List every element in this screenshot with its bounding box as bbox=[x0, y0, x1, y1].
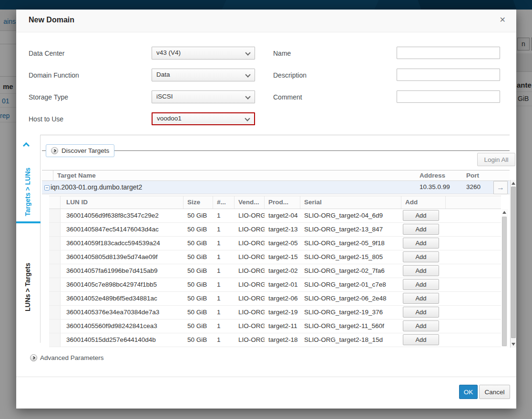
target-row[interactable]: iqn.2003-01.org.dumbo.target2 10.35.0.99… bbox=[42, 181, 510, 194]
lun-serial: SLIO-ORG_target2-19_376 bbox=[300, 306, 401, 319]
lun-vendor: LIO-ORG bbox=[235, 319, 265, 333]
add-lun-button[interactable]: Add bbox=[403, 320, 439, 331]
data-center-label: Data Center bbox=[29, 50, 64, 57]
lun-row[interactable]: 36001405c7e898bc42974f1bb5 50 GiB 1 LIO-… bbox=[49, 278, 501, 292]
discover-targets-expander[interactable]: Discover Targets bbox=[46, 144, 114, 157]
lun-paths: 1 bbox=[213, 209, 235, 222]
lun-serial: SLIO-ORG_target2-04_6d9 bbox=[300, 209, 401, 222]
lun-product: target2-13 bbox=[265, 223, 300, 236]
target-name: iqn.2003-01.org.dumbo.target2 bbox=[51, 183, 142, 191]
add-lun-button[interactable]: Add bbox=[403, 293, 439, 304]
add-lun-button[interactable]: Add bbox=[403, 251, 439, 262]
cancel-button[interactable]: Cancel bbox=[479, 385, 510, 399]
lun-row[interactable]: 36001405376e34ea70384de7a3 50 GiB 1 LIO-… bbox=[49, 306, 501, 319]
screen: ains me 01 rep n I ante GiB New Domain ✕… bbox=[0, 0, 532, 419]
add-lun-button[interactable]: Add bbox=[403, 210, 439, 221]
active-tab-indicator bbox=[16, 221, 41, 223]
lun-serial: SLIO-ORG_target2-06_2e48 bbox=[300, 292, 401, 305]
name-input[interactable] bbox=[397, 47, 500, 59]
lun-row[interactable]: 3600140515dd257e644140d4b 50 GiB 1 LIO-O… bbox=[49, 333, 501, 347]
lun-table-scrollbar[interactable] bbox=[501, 209, 508, 347]
host-to-use-select[interactable]: voodoo1 bbox=[152, 112, 255, 125]
lun-row[interactable]: 360014059f183cadcc594539a24 50 GiB 1 LIO… bbox=[49, 237, 501, 250]
lun-id: 3600140515dd257e644140d4b bbox=[61, 333, 184, 347]
lun-row[interactable]: 36001405560f9d98242841cea3 50 GiB 1 LIO-… bbox=[49, 319, 501, 333]
tab-strip: Targets > LUNs LUNs > Targets bbox=[16, 135, 41, 343]
expander-chevron-icon bbox=[30, 354, 37, 361]
add-lun-button[interactable]: Add bbox=[403, 279, 439, 290]
lun-vendor: LIO-ORG bbox=[235, 237, 265, 250]
lun-select-cell bbox=[49, 264, 61, 278]
lun-row[interactable]: 36001405805d8139e5d74ae09f 50 GiB 1 LIO-… bbox=[49, 250, 501, 264]
target-table-scrollbar[interactable] bbox=[510, 180, 516, 348]
host-to-use-label: Host to Use bbox=[29, 115, 63, 123]
lun-product: target2-01 bbox=[265, 278, 300, 291]
target-port: 3260 bbox=[466, 183, 481, 190]
lun-id: 36001405560f9d98242841cea3 bbox=[61, 319, 184, 333]
lun-select-cell bbox=[49, 319, 61, 333]
tab-targets-luns[interactable]: Targets > LUNs bbox=[20, 162, 35, 221]
storage-type-value: iSCSI bbox=[156, 93, 173, 100]
data-center-select[interactable]: v43 (V4) bbox=[152, 47, 255, 60]
add-lun-button[interactable]: Add bbox=[403, 334, 439, 345]
lun-select-cell bbox=[49, 306, 61, 319]
lun-size: 50 GiB bbox=[184, 209, 213, 222]
lun-select-cell bbox=[49, 250, 61, 264]
lun-serial: SLIO-ORG_target2-15_805 bbox=[300, 250, 401, 264]
lun-paths: 1 bbox=[213, 333, 235, 347]
lun-product: target2-11 bbox=[265, 319, 300, 333]
description-input[interactable] bbox=[397, 69, 500, 81]
serial-column-header: Serial bbox=[300, 196, 401, 209]
lun-vendor: LIO-ORG bbox=[235, 292, 265, 305]
lun-vendor: LIO-ORG bbox=[235, 209, 265, 222]
login-all-button[interactable]: Login All bbox=[477, 153, 515, 166]
lun-size: 50 GiB bbox=[184, 264, 213, 278]
lun-row[interactable]: 360014056d9f638f8c3547c29e2 50 GiB 1 LIO… bbox=[49, 209, 501, 223]
lun-size: 50 GiB bbox=[184, 223, 213, 236]
lun-id: 360014056d9f638f8c3547c29e2 bbox=[61, 209, 184, 222]
add-lun-button[interactable]: Add bbox=[403, 224, 439, 235]
target-address: 10.35.0.99 bbox=[419, 183, 450, 190]
lun-select-cell bbox=[49, 278, 61, 291]
domain-function-select[interactable]: Data bbox=[152, 69, 255, 81]
ok-button[interactable]: OK bbox=[459, 385, 478, 399]
lun-row[interactable]: 360014052e489b6f5ed34881ac 50 GiB 1 LIO-… bbox=[49, 292, 501, 306]
lun-paths: 1 bbox=[213, 292, 235, 305]
lun-paths: 1 bbox=[213, 223, 235, 236]
lun-serial: SLIO-ORG_target2-18_15d bbox=[300, 333, 401, 347]
login-target-arrow-button[interactable]: → bbox=[493, 181, 508, 194]
lun-vendor: LIO-ORG bbox=[235, 278, 265, 291]
chevron-down-icon bbox=[245, 116, 250, 121]
collapse-target-icon[interactable] bbox=[44, 185, 50, 190]
lun-product: target2-05 bbox=[265, 237, 300, 250]
discover-targets-label: Discover Targets bbox=[61, 147, 109, 154]
lun-serial: SLIO-ORG_target2-02_7fa6 bbox=[300, 264, 401, 278]
lun-row[interactable]: 36001405847ec541476043d4ac 50 GiB 1 LIO-… bbox=[49, 223, 501, 237]
lun-row[interactable]: 360014057fa61996be7d415ab9 50 GiB 1 LIO-… bbox=[49, 264, 501, 278]
storage-type-select[interactable]: iSCSI bbox=[152, 90, 255, 103]
lun-size: 50 GiB bbox=[184, 237, 213, 250]
lun-serial: SLIO-ORG_target2-05_9f18 bbox=[300, 237, 401, 250]
lun-select-cell bbox=[49, 223, 61, 236]
paths-column-header: #... bbox=[213, 196, 235, 209]
tab-luns-targets[interactable]: LUNs > Targets bbox=[20, 259, 35, 316]
target-table-header: Target Name Address Port bbox=[42, 170, 510, 181]
lun-paths: 1 bbox=[213, 278, 235, 291]
host-to-use-value: voodoo1 bbox=[157, 115, 182, 122]
add-lun-button[interactable]: Add bbox=[403, 307, 439, 318]
lun-id: 36001405376e34ea70384de7a3 bbox=[61, 306, 184, 319]
lun-paths: 1 bbox=[213, 264, 235, 278]
add-lun-button[interactable]: Add bbox=[403, 265, 439, 276]
lun-product: target2-06 bbox=[265, 292, 300, 305]
lun-product: target2-18 bbox=[265, 333, 300, 347]
collapse-tabs-chevron-up-icon[interactable] bbox=[24, 141, 30, 147]
advanced-parameters-expander[interactable]: Advanced Parameters bbox=[30, 354, 104, 361]
close-icon[interactable]: ✕ bbox=[500, 15, 506, 24]
data-center-value: v43 (V4) bbox=[156, 49, 181, 56]
comment-input[interactable] bbox=[397, 90, 500, 103]
lun-vendor: LIO-ORG bbox=[235, 264, 265, 278]
add-lun-button[interactable]: Add bbox=[403, 238, 439, 249]
lun-id: 36001405805d8139e5d74ae09f bbox=[61, 250, 184, 264]
lun-serial: SLIO-ORG_target2-01_c7e8 bbox=[300, 278, 401, 291]
lun-vendor: LIO-ORG bbox=[235, 333, 265, 347]
